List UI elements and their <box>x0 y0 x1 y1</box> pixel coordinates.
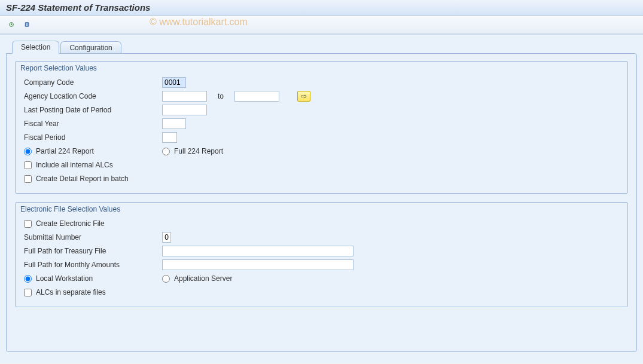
watermark: © www.tutorialkart.com <box>150 17 248 27</box>
checkbox-alcs-separate-input[interactable] <box>24 289 32 296</box>
label-agency-location: Agency Location Code <box>22 92 162 100</box>
group-title-report: Report Selection Values <box>20 64 621 72</box>
label-submittal: Submittal Number <box>22 233 162 241</box>
tab-strip: Selection Configuration <box>12 41 637 54</box>
label-fiscal-period: Fiscal Period <box>22 133 162 142</box>
tab-configuration[interactable]: Configuration <box>60 41 121 54</box>
tab-selection[interactable]: Selection <box>12 41 59 54</box>
monthly-path-input[interactable] <box>162 259 354 270</box>
group-electronic-file: Electronic File Selection Values Create … <box>15 202 628 307</box>
submittal-input[interactable] <box>162 232 171 243</box>
company-code-input[interactable] <box>162 77 186 88</box>
svg-point-1 <box>11 24 12 25</box>
checkbox-include-alcs[interactable]: Include all internal ALCs <box>22 161 113 169</box>
fiscal-period-input[interactable] <box>162 132 177 143</box>
checkbox-create-file-label: Create Electronic File <box>36 219 105 228</box>
radio-partial-label: Partial 224 Report <box>36 147 94 155</box>
multiple-selection-button[interactable]: ⇨ <box>297 91 310 102</box>
radio-app-server-input[interactable] <box>162 275 170 283</box>
checkbox-create-file-input[interactable] <box>24 220 32 228</box>
arrow-right-icon: ⇨ <box>301 92 307 100</box>
execute-icon <box>9 20 14 29</box>
checkbox-create-detail[interactable]: Create Detail Report in batch <box>22 175 129 183</box>
radio-app-server-label: Application Server <box>174 274 232 283</box>
last-posting-input[interactable] <box>162 105 207 115</box>
info-button[interactable] <box>20 18 33 31</box>
radio-full-label: Full 224 Report <box>174 147 223 155</box>
radio-full-input[interactable] <box>162 148 170 155</box>
label-last-posting: Last Posting Date of Period <box>22 106 162 114</box>
label-fiscal-year: Fiscal Year <box>22 120 162 128</box>
radio-full-224[interactable]: Full 224 Report <box>162 147 223 155</box>
radio-local-ws-input[interactable] <box>24 275 32 283</box>
svg-rect-3 <box>26 23 28 24</box>
content-area: Selection Configuration Report Selection… <box>0 34 643 363</box>
label-company-code: Company Code <box>22 78 162 87</box>
fiscal-year-input[interactable] <box>162 118 186 129</box>
tab-panel-selection: Report Selection Values Company Code Age… <box>6 53 637 352</box>
label-to: to <box>218 92 224 100</box>
execute-button[interactable] <box>5 18 18 31</box>
radio-partial-input[interactable] <box>24 148 32 155</box>
radio-app-server[interactable]: Application Server <box>162 274 232 283</box>
checkbox-include-alcs-label: Include all internal ALCs <box>36 161 113 169</box>
svg-rect-4 <box>26 24 28 26</box>
radio-local-ws-label: Local Workstation <box>36 274 93 283</box>
page-title: SF-224 Statement of Transactions <box>0 0 643 16</box>
group-report-selection: Report Selection Values Company Code Age… <box>15 61 628 194</box>
checkbox-alcs-separate[interactable]: ALCs in separate files <box>22 288 106 296</box>
label-monthly-path: Full Path for Monthly Amounts <box>22 261 162 269</box>
toolbar: © www.tutorialkart.com <box>0 16 643 34</box>
label-treasury-path: Full Path for Treasury File <box>22 247 162 255</box>
checkbox-create-detail-input[interactable] <box>24 175 32 183</box>
radio-partial-224[interactable]: Partial 224 Report <box>22 147 162 155</box>
checkbox-create-file[interactable]: Create Electronic File <box>22 219 105 228</box>
group-title-electronic: Electronic File Selection Values <box>20 205 621 213</box>
checkbox-create-detail-label: Create Detail Report in batch <box>36 175 129 183</box>
info-icon <box>25 20 29 29</box>
agency-location-from-input[interactable] <box>162 91 207 102</box>
checkbox-include-alcs-input[interactable] <box>24 161 32 169</box>
radio-local-ws[interactable]: Local Workstation <box>22 274 162 283</box>
agency-location-to-input[interactable] <box>234 91 279 102</box>
treasury-path-input[interactable] <box>162 246 354 256</box>
checkbox-alcs-separate-label: ALCs in separate files <box>36 288 106 296</box>
